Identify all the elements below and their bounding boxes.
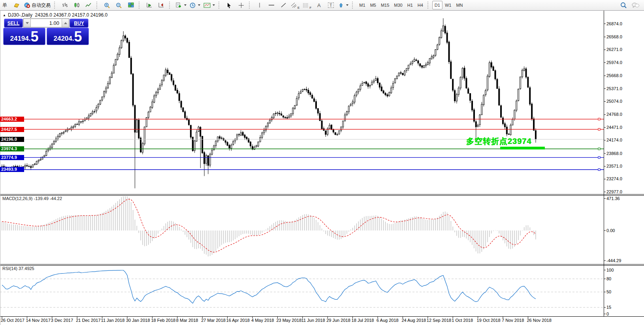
chart-shift-icon [158, 2, 164, 8]
volume-value: 1.00 [49, 20, 59, 26]
timeframe-m1[interactable]: M1 [357, 1, 367, 9]
period-dropdown-caret [198, 4, 200, 6]
chart-symbol-period: DJ30-,Daily [8, 12, 32, 18]
rsi-value: 37.4925 [19, 266, 34, 271]
timeframe-mn[interactable]: MN [454, 1, 465, 9]
new-order-dropdown-caret [184, 4, 186, 6]
toolbar-grip[interactable] [218, 2, 222, 9]
autotrading-button[interactable]: 自动交易 [23, 0, 52, 10]
sell-price-button[interactable]: 24194.5 [3, 28, 45, 45]
line-chart-icon [85, 2, 92, 8]
timeframe-m5[interactable]: M5 [368, 1, 378, 9]
chart-ohlc-values: 24326.0 24367.0 24157.0 24196.0 [35, 12, 108, 18]
timeframe-h1[interactable]: H1 [405, 1, 415, 9]
triangle-down-icon [26, 22, 29, 24]
arrows-tool-button[interactable] [337, 0, 350, 10]
tile-windows-button[interactable] [125, 0, 136, 10]
text-label-tool-button[interactable]: T [325, 0, 336, 10]
toolbar-grip[interactable] [352, 2, 356, 9]
buy-button-label: BUY [74, 21, 84, 26]
new-order-icon [175, 2, 182, 8]
fibonacci-tool-letter: F [309, 6, 311, 9]
sell-price-main: 24194 [10, 35, 28, 43]
volume-input[interactable]: 1.00 [31, 19, 62, 27]
toolbar-grip[interactable] [139, 2, 142, 9]
new-order-gold-button[interactable] [11, 0, 22, 10]
gold-bar-icon [13, 2, 20, 8]
trendline-icon [281, 2, 286, 8]
volume-increase-button[interactable] [62, 19, 69, 27]
rsi-label: RSI(14) 37.4925 [2, 266, 34, 271]
one-click-trading-panel: SELL 1.00 BUY 24194.5 24204.5 [3, 18, 89, 45]
autotrading-label: 自动交易 [32, 2, 51, 9]
toolbar-grip[interactable] [249, 2, 252, 9]
sell-price-pips: 5 [30, 30, 38, 44]
indicators-icon [203, 2, 211, 8]
auto-scroll-icon [146, 2, 153, 8]
channel-tool-button[interactable]: E [290, 0, 301, 10]
horizontal-line-icon [268, 2, 275, 8]
bar-chart-icon [62, 2, 68, 8]
chart-canvas[interactable] [0, 11, 644, 325]
fibonacci-icon [303, 2, 309, 8]
timeframe-h4[interactable]: H4 [415, 1, 426, 9]
new-order-button[interactable] [174, 0, 188, 10]
rsi-name: RSI(14) [2, 266, 17, 271]
toolbar-grip[interactable] [169, 2, 173, 9]
triangle-up-icon [64, 22, 67, 24]
toolbar: 单 自动交易 [0, 0, 644, 11]
orders-clipped-button[interactable]: 单 [0, 0, 10, 10]
toolbar-grip[interactable] [96, 2, 100, 9]
zoom-out-icon [116, 2, 122, 8]
chat-bubbles-icon [632, 2, 639, 8]
text-tool-label: A [317, 2, 321, 8]
candlestick-chart-icon [74, 2, 80, 8]
horizontal-line-tool-button[interactable] [266, 0, 277, 10]
buy-price-button[interactable]: 24204.5 [47, 28, 89, 45]
chart-window[interactable]: 24663.224427.524196.023974.323774.923493… [0, 11, 644, 325]
line-chart-button[interactable] [83, 0, 94, 10]
toolbar-grip[interactable] [54, 2, 58, 9]
crosshair-icon [238, 2, 244, 8]
clock-icon [190, 2, 196, 8]
crosshair-tool-button[interactable] [235, 0, 247, 10]
fibonacci-tool-button[interactable]: F [301, 0, 313, 10]
vertical-line-tool-button[interactable] [254, 0, 265, 10]
arrows-dropdown-caret [346, 4, 348, 6]
cursor-icon [226, 2, 232, 8]
search-button[interactable] [618, 0, 629, 10]
orders-clipped-label: 单 [2, 2, 7, 9]
zoom-in-button[interactable] [102, 0, 113, 10]
cursor-tool-button[interactable] [224, 0, 235, 10]
sell-button[interactable]: SELL [4, 19, 23, 28]
collapse-panel-icon[interactable]: ▲ [3, 13, 6, 17]
text-tool-button[interactable]: A [313, 0, 324, 10]
chart-shift-button[interactable] [156, 0, 167, 10]
timeframe-bar: M1M5M15M30H1H4D1W1MN [357, 1, 465, 9]
sell-button-label: SELL [8, 21, 20, 26]
trendline-tool-button[interactable] [278, 0, 289, 10]
auto-scroll-button[interactable] [144, 0, 155, 10]
candlestick-chart-button[interactable] [71, 0, 82, 10]
timeframe-m30[interactable]: M30 [392, 1, 405, 9]
text-label-tool-letter: T [328, 2, 334, 8]
macd-values: -139.49 -44.22 [34, 196, 62, 201]
chat-button[interactable] [630, 0, 641, 10]
equidistant-channel-icon [291, 2, 298, 8]
macd-label: MACD(12,26,9) -139.49 -44.22 [2, 196, 62, 201]
zoom-out-button[interactable] [113, 0, 124, 10]
bar-chart-button[interactable] [59, 0, 70, 10]
buy-price-main: 24204 [53, 35, 72, 43]
volume-decrease-button[interactable] [23, 19, 31, 27]
timeframe-d1[interactable]: D1 [432, 1, 443, 9]
timeframe-w1[interactable]: W1 [443, 1, 454, 9]
buy-button[interactable]: BUY [70, 19, 89, 28]
buy-price-pips: 5 [74, 30, 82, 44]
timeframe-m15[interactable]: M15 [378, 1, 392, 9]
indicators-button[interactable] [202, 0, 216, 10]
channel-tool-letter: E [298, 6, 299, 9]
indicators-dropdown-caret [213, 4, 215, 6]
chart-title: ▲DJ30-,Daily 24326.0 24367.0 24157.0 241… [3, 12, 107, 18]
toolbar-grip[interactable] [427, 2, 431, 9]
period-clock-button[interactable] [188, 0, 201, 10]
